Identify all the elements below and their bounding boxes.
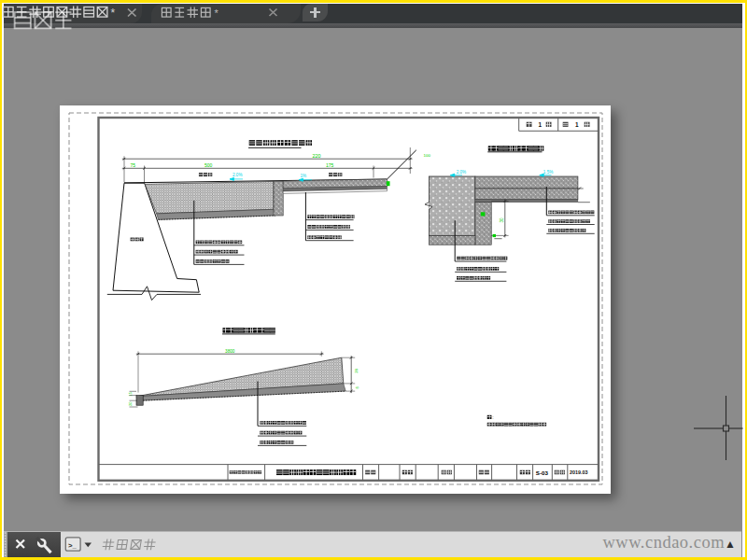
svg-text:30: 30	[500, 217, 504, 223]
svg-text:8: 8	[356, 386, 359, 388]
svg-text:175: 175	[326, 162, 334, 168]
svg-text::: :	[492, 414, 493, 420]
svg-text:20: 20	[129, 401, 134, 406]
svg-text:220: 220	[313, 153, 321, 159]
svg-text:>_: >_	[68, 541, 78, 550]
svg-text:*: *	[215, 7, 219, 19]
svg-text:1: 1	[539, 121, 543, 128]
svg-text:2.0%: 2.0%	[233, 173, 242, 177]
svg-text:1%: 1%	[301, 174, 307, 178]
svg-text:2.0%: 2.0%	[457, 170, 466, 175]
svg-text:1.5%: 1.5%	[543, 170, 553, 175]
svg-text:3800: 3800	[225, 349, 235, 354]
svg-text:S-03: S-03	[536, 469, 549, 476]
svg-text:100: 100	[424, 153, 431, 158]
svg-text:28: 28	[354, 369, 359, 373]
svg-text:2019.03: 2019.03	[570, 469, 588, 475]
svg-text:75: 75	[131, 162, 136, 168]
svg-text:500: 500	[204, 162, 213, 168]
svg-text:*: *	[111, 7, 116, 20]
svg-text:1: 1	[575, 121, 579, 128]
